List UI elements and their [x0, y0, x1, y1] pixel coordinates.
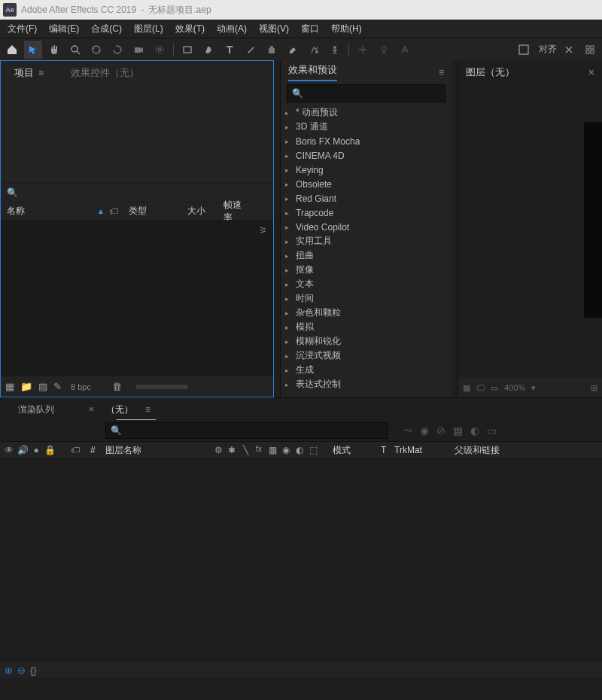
- motion-blur-icon[interactable]: ◐: [470, 425, 479, 437]
- panel-menu-icon[interactable]: ≡: [38, 68, 44, 78]
- eraser-tool-icon[interactable]: [284, 41, 302, 59]
- menu-composition[interactable]: 合成(C): [85, 20, 128, 38]
- effect-category[interactable]: ▸时间: [285, 291, 447, 306]
- col-mode[interactable]: 模式: [322, 444, 381, 457]
- tab-close-icon[interactable]: ×: [89, 404, 94, 415]
- col-number[interactable]: #: [86, 445, 101, 455]
- tab-effect-controls[interactable]: 效果控件（无）: [65, 63, 145, 83]
- interpret-footage-icon[interactable]: ▦: [5, 381, 14, 392]
- selection-tool-icon[interactable]: [24, 41, 42, 59]
- effect-category[interactable]: ▸Video Copilot: [285, 220, 447, 234]
- quality-icon[interactable]: ╲: [239, 445, 251, 455]
- col-layer-name[interactable]: 图层名称: [101, 444, 206, 457]
- camera-tool-icon[interactable]: [129, 41, 147, 59]
- effect-category[interactable]: ▸文本: [285, 277, 447, 291]
- effect-category[interactable]: ▸表达式控制: [285, 377, 447, 391]
- menu-window[interactable]: 窗口: [295, 20, 325, 38]
- menu-edit[interactable]: 编辑(E): [43, 20, 85, 38]
- local-axis-icon[interactable]: [354, 41, 372, 59]
- effect-category[interactable]: ▸Obsolete: [285, 177, 447, 191]
- tab-project[interactable]: 项目 ≡: [8, 63, 50, 83]
- project-search-input[interactable]: [21, 187, 267, 199]
- rectangle-tool-icon[interactable]: [178, 41, 196, 59]
- zoom-dropdown-icon[interactable]: ▾: [531, 383, 536, 393]
- effect-category[interactable]: ▸抠像: [285, 263, 447, 277]
- close-icon[interactable]: ×: [588, 66, 594, 78]
- pan-behind-tool-icon[interactable]: [150, 41, 169, 59]
- bpc-label[interactable]: 8 bpc: [71, 382, 91, 391]
- video-icon[interactable]: 👁: [3, 445, 15, 455]
- menu-animation[interactable]: 动画(A): [211, 20, 253, 38]
- adjustment-icon[interactable]: ◐: [293, 445, 306, 455]
- draft3d-icon[interactable]: ◉: [420, 425, 429, 437]
- vr-icon[interactable]: ▭: [491, 383, 498, 393]
- effect-category[interactable]: ▸模拟: [285, 320, 447, 334]
- effect-category[interactable]: ▸扭曲: [285, 248, 447, 263]
- resolution-icon[interactable]: ⊞: [591, 383, 597, 393]
- orbit-tool-icon[interactable]: [87, 41, 105, 59]
- effect-category[interactable]: ▸* 动画预设: [285, 105, 447, 120]
- hand-tool-icon[interactable]: [45, 41, 63, 59]
- effect-category[interactable]: ▸CINEMA 4D: [285, 148, 447, 163]
- effect-category[interactable]: ▸杂色和颗粒: [285, 306, 447, 320]
- flowchart-icon[interactable]: ⚞: [259, 225, 267, 236]
- col-name[interactable]: 名称: [1, 205, 97, 218]
- shy-icon[interactable]: ⊘: [436, 425, 445, 437]
- brackets-icon[interactable]: {}: [30, 665, 37, 676]
- panel-menu-icon[interactable]: ≡: [145, 404, 150, 415]
- project-content[interactable]: ⚞: [1, 221, 273, 376]
- new-adjustment-icon[interactable]: ✎: [53, 381, 62, 392]
- label-icon[interactable]: 🏷: [71, 445, 86, 455]
- audio-icon[interactable]: 🔊: [17, 445, 29, 455]
- frame-blend-switch-icon[interactable]: ▦: [266, 445, 278, 455]
- new-folder-icon[interactable]: 📁: [20, 381, 32, 392]
- tab-render-queue[interactable]: 渲染队列: [14, 400, 59, 419]
- effect-category[interactable]: ▸Trapcode: [285, 205, 447, 220]
- effect-category[interactable]: ▸实用工具: [285, 234, 447, 248]
- effect-category[interactable]: ▸沉浸式视频: [285, 348, 447, 363]
- timeline-search-input[interactable]: [125, 425, 383, 437]
- frame-blend-icon[interactable]: ▦: [453, 425, 463, 437]
- effect-category[interactable]: ▸Keying: [285, 163, 447, 177]
- graph-editor-icon[interactable]: ▭: [487, 425, 497, 437]
- fx-icon[interactable]: fx: [253, 445, 265, 455]
- lock-icon[interactable]: 🔒: [44, 445, 56, 455]
- effect-category[interactable]: ▸模糊和锐化: [285, 334, 447, 348]
- tab-none[interactable]: （无）: [102, 400, 138, 419]
- motion-blur-switch-icon[interactable]: ◉: [280, 445, 292, 455]
- solo-icon[interactable]: ●: [30, 445, 42, 455]
- toggle-modes-icon[interactable]: ⊖: [17, 665, 26, 676]
- 3d-icon[interactable]: ⬚: [307, 445, 319, 455]
- shy-switch-icon[interactable]: ⚙: [212, 445, 224, 455]
- effect-category[interactable]: ▸Red Giant: [285, 191, 447, 205]
- clone-tool-icon[interactable]: [263, 41, 281, 59]
- col-trkmat[interactable]: TrkMat: [394, 445, 439, 455]
- menu-file[interactable]: 文件(F): [2, 20, 43, 38]
- delete-icon[interactable]: 🗑: [112, 381, 122, 392]
- timeline-content[interactable]: [0, 459, 602, 662]
- rotate-tool-icon[interactable]: [108, 41, 126, 59]
- snap-checkbox-icon[interactable]: [515, 41, 533, 59]
- effect-category[interactable]: ▸3D 通道: [285, 120, 447, 134]
- snap-expand-icon[interactable]: [581, 41, 599, 59]
- col-t[interactable]: T: [381, 445, 394, 455]
- collapse-icon[interactable]: ✱: [226, 445, 238, 455]
- menu-view[interactable]: 视图(V): [253, 20, 295, 38]
- comp-flowchart-icon[interactable]: ⤳: [403, 425, 412, 437]
- effect-category[interactable]: ▸生成: [285, 363, 447, 377]
- col-parent[interactable]: 父级和链接: [439, 444, 522, 457]
- col-type[interactable]: 类型: [123, 205, 181, 218]
- roto-tool-icon[interactable]: [305, 41, 323, 59]
- zoom-level[interactable]: 400%: [504, 383, 525, 392]
- view-axis-icon[interactable]: [396, 41, 414, 59]
- pen-tool-icon[interactable]: [199, 41, 217, 59]
- effect-category[interactable]: ▸Boris FX Mocha: [285, 134, 447, 148]
- col-size[interactable]: 大小: [181, 205, 217, 218]
- menu-effect[interactable]: 效果(T): [169, 20, 211, 38]
- brush-tool-icon[interactable]: [242, 41, 260, 59]
- home-tool-icon[interactable]: [3, 41, 21, 59]
- world-axis-icon[interactable]: [375, 41, 393, 59]
- snap-options-icon[interactable]: [560, 41, 578, 59]
- panel-menu-icon[interactable]: ≡: [439, 67, 444, 78]
- new-comp-icon[interactable]: ▨: [38, 381, 47, 392]
